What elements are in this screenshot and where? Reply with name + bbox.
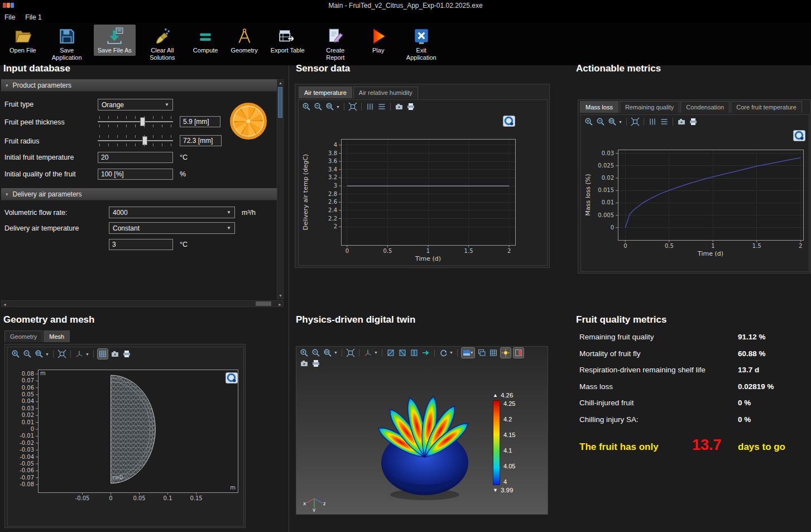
flip-view-icon[interactable] xyxy=(421,348,430,357)
zoom-in-icon[interactable] xyxy=(584,117,593,126)
menu-file[interactable]: File xyxy=(4,13,15,21)
comsol-logo-button[interactable] xyxy=(793,130,805,141)
print-icon[interactable] xyxy=(406,102,415,111)
peel-thickness-slider[interactable] xyxy=(98,114,173,129)
clear-all-solutions-button[interactable]: Clear All Solutions xyxy=(141,25,184,63)
horizontal-scroll-thumb[interactable] xyxy=(256,301,271,306)
zoom-menu-caret-icon[interactable]: ▼ xyxy=(336,105,340,109)
plane-xy-icon[interactable] xyxy=(386,348,395,357)
scroll-right-icon[interactable]: ► xyxy=(277,301,283,308)
fruit-radius-value[interactable]: 72.3 [mm] xyxy=(180,135,222,146)
plane-yz-icon[interactable] xyxy=(398,348,407,357)
zoom-out-icon[interactable] xyxy=(311,348,320,357)
view-menu-caret-icon[interactable]: ▼ xyxy=(374,351,378,354)
zoom-extents-icon[interactable] xyxy=(348,102,357,111)
compute-button[interactable]: Compute xyxy=(189,25,222,56)
svg-text:0.01: 0.01 xyxy=(22,419,34,425)
product-parameters-header[interactable]: ▾ Product parameters xyxy=(1,79,277,92)
comsol-logo-button[interactable] xyxy=(225,372,238,384)
delivery-temp-value-input[interactable]: 3 xyxy=(109,239,173,250)
zoom-out-icon[interactable] xyxy=(314,102,323,111)
snapshot-camera-icon[interactable] xyxy=(300,359,309,368)
zoom-box-icon[interactable] xyxy=(323,348,332,357)
scroll-down-icon[interactable]: ▼ xyxy=(277,293,284,299)
lighting-toggle-icon[interactable] xyxy=(501,348,510,357)
snapshot-camera-icon[interactable] xyxy=(677,117,686,126)
export-table-button[interactable]: Export Table xyxy=(267,25,309,56)
comsol-logo-button[interactable] xyxy=(503,116,515,127)
peel-thickness-value[interactable]: 5.9 [mm] xyxy=(180,116,220,127)
zoom-menu-caret-icon[interactable]: ▼ xyxy=(45,352,49,356)
print-icon[interactable] xyxy=(311,359,320,368)
tab-mass-loss[interactable]: Mass loss xyxy=(580,101,618,113)
flow-rate-select[interactable]: 4000 ▼ xyxy=(109,207,235,218)
zoom-box-icon[interactable] xyxy=(608,117,617,126)
zoom-extents-icon[interactable] xyxy=(631,117,640,126)
print-icon[interactable] xyxy=(689,117,698,126)
scene-menu-caret-icon[interactable]: ▼ xyxy=(470,351,474,354)
x-grid-icon[interactable] xyxy=(377,102,386,111)
zoom-in-icon[interactable] xyxy=(300,348,309,357)
view-orientation-icon[interactable] xyxy=(363,348,372,357)
play-icon xyxy=(369,27,388,46)
exit-application-button[interactable]: Exit Application xyxy=(400,25,443,63)
save-file-as-button[interactable]: Save File As xyxy=(94,25,136,56)
vertical-scrollbar[interactable]: ▲ ▼ xyxy=(277,79,284,299)
fruit-type-select[interactable]: Orange ▼ xyxy=(98,99,173,111)
zoom-out-icon[interactable] xyxy=(23,349,32,358)
view-menu-caret-icon[interactable]: ▼ xyxy=(85,352,89,356)
menu-file-1[interactable]: File 1 xyxy=(25,13,41,21)
y-grid-icon[interactable] xyxy=(648,117,657,126)
create-report-button[interactable]: Create Report xyxy=(314,25,357,63)
view-orientation-icon[interactable] xyxy=(75,349,84,358)
rotate-menu-caret-icon[interactable]: ▼ xyxy=(449,351,453,354)
geometry-button[interactable]: Geometry xyxy=(227,25,261,56)
snapshot-camera-icon[interactable] xyxy=(395,102,404,111)
y-grid-icon[interactable] xyxy=(366,102,375,111)
open-file-button[interactable]: Open File xyxy=(6,25,40,56)
zoom-in-icon[interactable] xyxy=(11,349,20,358)
table-grid-icon[interactable] xyxy=(489,348,498,357)
fruit-3d-visualization[interactable] xyxy=(361,377,489,506)
scroll-left-icon[interactable]: ◄ xyxy=(2,301,8,308)
tab-remaining-quality[interactable]: Remaining quality xyxy=(620,101,679,113)
tab-mesh[interactable]: Mesh xyxy=(44,330,70,342)
play-button[interactable]: Play xyxy=(362,25,395,56)
sensor-chart[interactable]: 00.511.5222.22.42.62.833.23.43.63.84Time… xyxy=(299,113,547,264)
tab-geometry[interactable]: Geometry xyxy=(4,330,42,342)
rotate-view-icon[interactable] xyxy=(439,348,448,357)
zoom-box-icon[interactable] xyxy=(325,102,334,111)
mass-loss-chart[interactable]: 00.511.5200.0050.010.0150.020.0250.03Tim… xyxy=(581,128,809,270)
clip-plane-toggle-icon[interactable] xyxy=(514,348,523,357)
x-grid-icon[interactable] xyxy=(660,117,669,126)
fruit-radius-slider[interactable] xyxy=(98,133,173,148)
zoom-menu-caret-icon[interactable]: ▼ xyxy=(334,351,338,354)
save-application-button[interactable]: Save Application xyxy=(45,25,89,63)
mesh-render-toggle-icon[interactable] xyxy=(98,349,107,358)
layers-icon[interactable] xyxy=(477,348,486,357)
scroll-up-icon[interactable]: ▲ xyxy=(277,80,284,86)
zoom-extents-icon[interactable] xyxy=(57,349,66,358)
zoom-out-icon[interactable] xyxy=(596,117,605,126)
horizontal-scrollbar[interactable]: ◄ ► xyxy=(1,300,284,307)
initial-quality-input[interactable]: 100 [%] xyxy=(98,169,173,180)
tab-condensation[interactable]: Condensation xyxy=(680,101,730,113)
tab-air-relative-humidity[interactable]: Air relative humidity xyxy=(353,87,418,98)
zoom-extents-icon[interactable] xyxy=(346,348,355,357)
zoom-in-icon[interactable] xyxy=(302,102,311,111)
mesh-plot[interactable]: -0.0500.050.10.150.080.070.060.050.040.0… xyxy=(8,361,243,525)
tab-air-temperature[interactable]: Air temperature xyxy=(299,87,352,98)
delivery-temp-select[interactable]: Constant ▼ xyxy=(109,222,235,234)
axis-y-label: y xyxy=(313,507,316,512)
delivery-air-parameters-header[interactable]: ▾ Delivery air parameters xyxy=(1,188,277,200)
print-icon[interactable] xyxy=(122,349,131,358)
vertical-scroll-thumb[interactable] xyxy=(278,87,282,118)
plane-xz-icon[interactable] xyxy=(410,348,419,357)
zoom-box-icon[interactable] xyxy=(35,349,44,358)
snapshot-camera-icon[interactable] xyxy=(111,349,119,358)
zoom-menu-caret-icon[interactable]: ▼ xyxy=(618,120,622,124)
tab-core-fruit-temperature[interactable]: Core fruit temperature xyxy=(731,101,802,113)
initial-temp-input[interactable]: 20 xyxy=(98,152,173,163)
metric-label: Chilling injury SA: xyxy=(579,415,639,424)
digital-twin-panel[interactable]: ▼ ▼ ▼ ▼ xyxy=(296,346,548,515)
